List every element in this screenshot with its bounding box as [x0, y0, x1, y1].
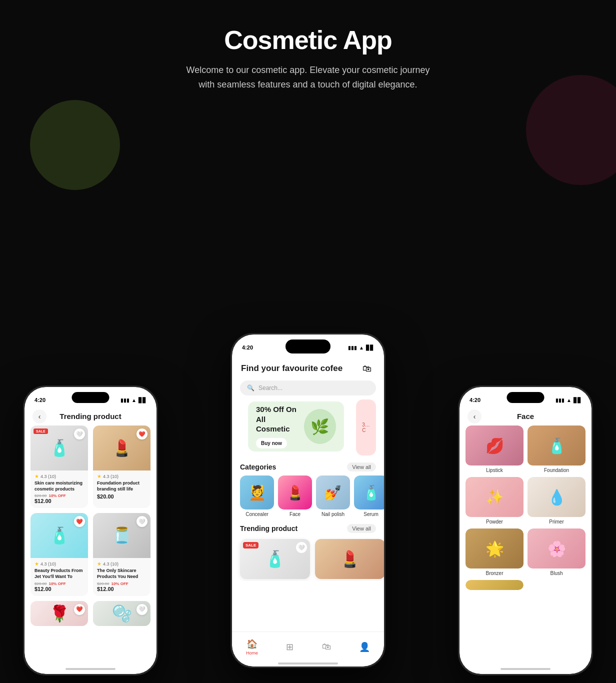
left-phone-title: Trending product: [60, 412, 121, 420]
bag-icon: 🛍: [322, 642, 331, 652]
trending-view-all[interactable]: View all: [347, 524, 376, 533]
product-image-6: 🫧 🤍: [93, 601, 150, 626]
trending-image-1: 🧴 SALE 🤍: [240, 539, 310, 579]
page-title: Cosmetic App: [0, 25, 616, 55]
nav-profile[interactable]: 👤: [359, 642, 370, 652]
product-card-1[interactable]: 🧴 SALE 🤍 ★ 4.3 (10) Skin care moisturizi…: [30, 426, 88, 508]
page-subtitle: Welcome to our cosmetic app. Elevate you…: [0, 63, 616, 92]
promo-banners: 30% Off On All Cosmetic Buy now 🌿 3…C: [232, 400, 384, 460]
trending-scroll: 🧴 SALE 🤍 💄: [232, 537, 384, 581]
category-nail-polish[interactable]: 💅 Nail polish: [316, 476, 350, 517]
product-info-2: ★ 4.3 (10) Foundation product branding s…: [93, 470, 150, 504]
face-item-foundation[interactable]: 🧴 Foundation: [528, 426, 586, 473]
buy-now-button[interactable]: Buy now: [256, 438, 287, 448]
trending-header: Trending product View all: [232, 521, 384, 537]
wishlist-btn-6[interactable]: 🤍: [136, 604, 148, 615]
product-card-4[interactable]: 🫙 🤍 ★ 4.3 (10) The Only Skincare Product…: [93, 513, 150, 596]
left-phone-content: 4:20 ▮▮▮ ▲ ▊▊ ‹ Trending product 🧴 SALE: [24, 387, 156, 674]
dynamic-island-center: [286, 340, 330, 354]
product-info-4: ★ 4.3 (10) The Only Skincare Products Yo…: [93, 558, 150, 596]
right-phone: 4:20 ▮▮▮ ▲ ▊▊ ‹ Face 💋 Lipstick: [458, 386, 593, 676]
wishlist-btn-5[interactable]: ❤️: [74, 604, 85, 615]
left-phone: 4:20 ▮▮▮ ▲ ▊▊ ‹ Trending product 🧴 SALE: [23, 386, 158, 676]
right-phone-content: 4:20 ▮▮▮ ▲ ▊▊ ‹ Face 💋 Lipstick: [460, 387, 592, 674]
user-icon: 👤: [359, 642, 370, 652]
categories-title: Categories: [240, 463, 276, 471]
back-button-right[interactable]: ‹: [468, 410, 482, 424]
right-phone-title: Face: [517, 412, 534, 420]
center-phone-nav: Find your favourite cofee 🛍: [232, 356, 384, 378]
wishlist-btn-2[interactable]: ❤️: [136, 428, 148, 440]
left-products-grid: 🧴 SALE 🤍 ★ 4.3 (10) Skin care moisturizi…: [24, 422, 156, 629]
promo-card-2-partial: 3…C: [356, 400, 376, 456]
dynamic-island-left: [72, 392, 110, 403]
product-card-3[interactable]: 🧴 ❤️ ★ 4.3 (10) Beauty Products From Jet…: [30, 513, 88, 596]
product-card-5[interactable]: 🌹 ❤️: [30, 601, 88, 626]
dynamic-island-right: [507, 392, 544, 403]
bottom-nav: 🏠 Home ⊞ 🛍 👤: [232, 632, 384, 666]
left-phone-header: ‹ Trending product: [24, 409, 156, 422]
face-img-bronzer: 🌟: [466, 528, 524, 568]
phones-showcase: 4:20 ▮▮▮ ▲ ▊▊ ‹ Trending product 🧴 SALE: [33, 158, 583, 683]
categories-view-all[interactable]: View all: [347, 462, 376, 472]
face-img-powder: ✨: [466, 477, 524, 517]
product-card-6[interactable]: 🫧 🤍: [93, 601, 150, 626]
product-info-3: ★ 4.3 (10) Beauty Products From Jet You'…: [30, 558, 88, 596]
face-categories-grid: 💋 Lipstick 🧴 Foundation ✨ Powder: [460, 422, 592, 593]
center-phone-content: 4:20 ▮▮▮ ▲ ▊▊ Find your favourite cofee …: [232, 334, 384, 666]
search-placeholder: Search...: [258, 384, 282, 392]
product-image-5: 🌹 ❤️: [30, 601, 88, 626]
face-img-blush: 🌸: [528, 528, 586, 568]
right-phone-header: ‹ Face: [460, 409, 592, 422]
category-serum[interactable]: 🧴 Serum: [354, 476, 384, 517]
trending-image-2: 💄: [315, 539, 384, 579]
categories-header: Categories View all: [232, 460, 384, 476]
wishlist-trending-1[interactable]: 🤍: [296, 542, 307, 553]
page-header: Cosmetic App Welcome to our cosmetic app…: [0, 0, 616, 92]
home-indicator-right: [500, 668, 550, 670]
product-image-1: 🧴 SALE 🤍: [30, 426, 88, 470]
category-concealer[interactable]: 💆 Concealer: [240, 476, 274, 517]
cart-icon-center[interactable]: 🛍: [359, 360, 375, 376]
home-icon: 🏠: [246, 638, 258, 650]
trending-title: Trending product: [240, 524, 298, 532]
face-img-lipstick: 💋: [466, 426, 524, 466]
search-icon: 🔍: [247, 384, 254, 392]
product-image-3: 🧴 ❤️: [30, 513, 88, 558]
face-item-blush[interactable]: 🌸 Blush: [528, 528, 586, 576]
face-item-partial[interactable]: [466, 580, 524, 590]
category-face[interactable]: 💄 Face: [278, 476, 312, 517]
nav-cart[interactable]: 🛍: [322, 642, 331, 652]
promo-image: 🌿: [304, 409, 336, 444]
product-card-2[interactable]: 💄 ❤️ ★ 4.3 (10) Foundation product brand…: [93, 426, 150, 508]
sale-badge-1: SALE: [34, 428, 48, 434]
search-bar[interactable]: 🔍 Search...: [240, 380, 376, 396]
promo-card-1[interactable]: 30% Off On All Cosmetic Buy now 🌿: [248, 402, 344, 452]
sale-badge-trending-1: SALE: [243, 542, 258, 548]
face-img-primer: 💧: [528, 477, 586, 517]
categories-grid: 💆 Concealer 💄 Face 💅 Nail polish: [232, 476, 384, 521]
trending-card-1[interactable]: 🧴 SALE 🤍: [240, 539, 310, 579]
home-indicator-left: [66, 668, 116, 670]
product-image-4: 🫙 🤍: [93, 513, 150, 558]
face-item-primer[interactable]: 💧 Primer: [528, 477, 586, 524]
product-info-1: ★ 4.3 (10) Skin care moisturizing cosmet…: [30, 470, 88, 508]
face-item-lipstick[interactable]: 💋 Lipstick: [466, 426, 524, 473]
product-image-2: 💄 ❤️: [93, 426, 150, 470]
nav-home[interactable]: 🏠 Home: [246, 638, 258, 656]
wishlist-btn-1[interactable]: 🤍: [74, 428, 85, 440]
nav-categories[interactable]: ⊞: [286, 642, 294, 652]
trending-card-2[interactable]: 💄: [315, 539, 384, 579]
center-phone: 4:20 ▮▮▮ ▲ ▊▊ Find your favourite cofee …: [230, 333, 386, 668]
face-item-bronzer[interactable]: 🌟 Bronzer: [466, 528, 524, 576]
center-heading: Find your favourite cofee: [241, 364, 342, 374]
face-item-powder[interactable]: ✨ Powder: [466, 477, 524, 524]
home-indicator-center: [278, 662, 338, 664]
back-button-left[interactable]: ‹: [32, 410, 46, 424]
grid-icon: ⊞: [286, 642, 294, 652]
face-img-foundation: 🧴: [528, 426, 586, 466]
